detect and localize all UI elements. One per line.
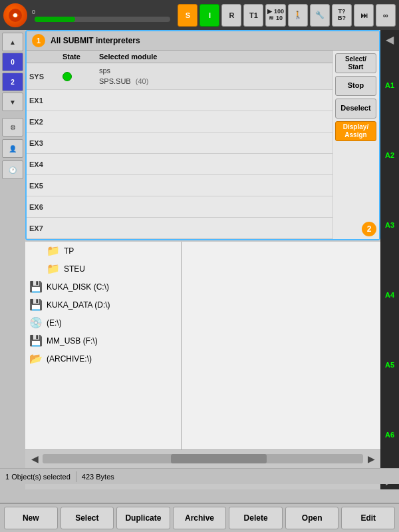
state-dot-sys bbox=[63, 72, 72, 81]
tree-item-archive[interactable]: 📂 (ARCHIVE:\) bbox=[25, 350, 181, 368]
status-separator bbox=[76, 471, 76, 482]
row-id-ex5: EX5 bbox=[29, 182, 63, 190]
left-btn-0[interactable]: 0 bbox=[2, 53, 23, 71]
disk-icon-c: 💾 bbox=[29, 280, 43, 293]
right-label-a2[interactable]: A2 bbox=[384, 150, 396, 160]
table-row-ex1[interactable]: EX1 bbox=[27, 90, 332, 111]
table-row-ex5[interactable]: EX5 bbox=[27, 175, 332, 196]
usb-icon-f: 💾 bbox=[29, 334, 43, 347]
btn-skip[interactable]: ⏭ bbox=[354, 4, 374, 27]
btn-duplicate[interactable]: Duplicate bbox=[116, 507, 170, 529]
btn-s[interactable]: S bbox=[178, 4, 198, 27]
disk-icon-d: 💾 bbox=[29, 298, 43, 311]
tree-item-e-drive[interactable]: 💿 (E:\) bbox=[25, 314, 181, 332]
btn-r[interactable]: R bbox=[221, 4, 241, 27]
tree-item-tp[interactable]: 📁 TP bbox=[25, 242, 181, 260]
tree-label-tp: TP bbox=[64, 246, 74, 256]
btn-select-start[interactable]: Select/Start bbox=[335, 53, 376, 73]
row-state-sys bbox=[63, 72, 99, 81]
tree-item-mm-usb[interactable]: 💾 MM_USB (F:\) bbox=[25, 332, 181, 350]
left-btn-person[interactable]: 👤 bbox=[2, 139, 23, 158]
table-row-ex6[interactable]: EX6 bbox=[27, 196, 332, 218]
left-btn-down[interactable]: ▼ bbox=[2, 93, 23, 111]
header-id bbox=[29, 53, 63, 61]
dialog-table-header: State Selected module bbox=[27, 51, 332, 63]
table-row-ex3[interactable]: EX3 bbox=[27, 133, 332, 154]
left-btn-up[interactable]: ▲ bbox=[2, 33, 23, 51]
tree-label-kuka-disk: KUKA_DISK (C:\) bbox=[47, 282, 109, 292]
cd-icon-e: 💿 bbox=[29, 316, 43, 329]
right-label-a6[interactable]: A6 bbox=[384, 429, 396, 440]
btn-deselect[interactable]: Deselect bbox=[335, 99, 376, 119]
tree-label-e-drive: (E:\) bbox=[47, 318, 62, 328]
header-module: Selected module bbox=[99, 53, 330, 61]
main-content: 1 All SUBMIT interpreters State Selected… bbox=[25, 30, 380, 489]
left-side-panel: ▲ 0 2 ▼ ⚙ 👤 🕐 bbox=[0, 30, 25, 532]
svg-point-1 bbox=[13, 13, 17, 17]
table-row-ex2[interactable]: EX2 bbox=[27, 111, 332, 133]
btn-walk[interactable]: 🚶 bbox=[288, 4, 308, 27]
right-label-a1[interactable]: A1 bbox=[384, 80, 396, 91]
dialog-title-bar: 1 All SUBMIT interpreters bbox=[27, 31, 379, 51]
btn-delete[interactable]: Delete bbox=[229, 507, 283, 529]
row-id-ex2: EX2 bbox=[29, 118, 63, 126]
right-label-a5[interactable]: A5 bbox=[384, 360, 396, 370]
btn-archive[interactable]: Archive bbox=[173, 507, 227, 529]
dialog-title-text: All SUBMIT interpreters bbox=[51, 36, 140, 45]
table-row-ex7[interactable]: EX7 bbox=[27, 218, 332, 239]
btn-inf[interactable]: ∞ bbox=[376, 4, 396, 27]
left-btn-settings[interactable]: ⚙ bbox=[2, 118, 23, 136]
right-label-a4[interactable]: A4 bbox=[384, 290, 396, 300]
scroll-track[interactable] bbox=[43, 454, 363, 463]
row-id-ex6: EX6 bbox=[29, 203, 63, 211]
btn-open[interactable]: Open bbox=[285, 507, 339, 529]
btn-t1[interactable]: T1 bbox=[243, 4, 263, 27]
btn-new[interactable]: New bbox=[4, 507, 58, 529]
logo bbox=[3, 3, 27, 27]
btn-stop[interactable]: Stop bbox=[335, 76, 376, 96]
tree-label-archive: (ARCHIVE:\) bbox=[47, 354, 92, 364]
scroll-right[interactable]: ▶ bbox=[364, 452, 378, 465]
row-id-ex3: EX3 bbox=[29, 139, 63, 147]
tree-label-mm-usb: MM_USB (F:\) bbox=[47, 336, 98, 346]
btn-display-assign[interactable]: Display/Assign bbox=[335, 121, 376, 141]
left-btn-clock[interactable]: 🕐 bbox=[2, 160, 23, 179]
btn-edit[interactable]: Edit bbox=[341, 507, 395, 529]
left-btn-2[interactable]: 2 bbox=[2, 73, 23, 91]
file-detail-pane bbox=[182, 242, 380, 449]
tree-label-steu: STEU bbox=[64, 264, 85, 274]
table-row-ex4[interactable]: EX4 bbox=[27, 154, 332, 175]
scrollbar-area: ◀ ▶ bbox=[25, 449, 380, 467]
tree-label-kuka-data: KUKA_DATA (D:\) bbox=[47, 300, 110, 310]
tree-item-steu[interactable]: 📁 STEU bbox=[25, 260, 181, 278]
file-tree-area: 📁 TP 📁 STEU 💾 KUKA_DISK (C:\) 💾 KUKA_DAT… bbox=[25, 242, 380, 449]
tree-item-kuka-data[interactable]: 💾 KUKA_DATA (D:\) bbox=[25, 296, 181, 314]
file-tree-pane: 📁 TP 📁 STEU 💾 KUKA_DISK (C:\) 💾 KUKA_DAT… bbox=[25, 242, 182, 449]
btn-run[interactable]: ▶ 100≋ 10 bbox=[265, 4, 286, 27]
folder-icon-archive: 📂 bbox=[29, 352, 43, 365]
table-row-sys[interactable]: SYS sps SPS.SUB (40) bbox=[27, 63, 332, 90]
top-toolbar: 0 S I R T1 ▶ 100≋ 10 🚶 🔧 T?B? ⏭ ∞ bbox=[0, 0, 399, 30]
scroll-thumb[interactable] bbox=[171, 454, 267, 463]
btn-tool[interactable]: 🔧 bbox=[310, 4, 330, 27]
bottom-toolbar: New Select Duplicate Archive Delete Open… bbox=[0, 503, 399, 532]
right-arrow-up[interactable]: ◀ bbox=[382, 31, 398, 47]
dialog-circle-1: 1 bbox=[32, 34, 45, 47]
status-bar: 1 Object(s) selected 423 Bytes bbox=[0, 468, 399, 484]
btn-i[interactable]: I bbox=[200, 4, 219, 27]
row-id-ex1: EX1 bbox=[29, 97, 63, 105]
dialog-circle-2: 2 bbox=[362, 222, 376, 236]
right-side-panel: ◀ A1 A2 A3 A4 A5 A6 ▶ bbox=[380, 30, 399, 489]
btn-select[interactable]: Select bbox=[61, 507, 114, 529]
row-id-ex7: EX7 bbox=[29, 224, 63, 232]
progress-label: 0 bbox=[32, 9, 173, 15]
scroll-left[interactable]: ◀ bbox=[28, 452, 41, 465]
status-bytes: 423 Bytes bbox=[82, 473, 114, 481]
btn-tb[interactable]: T?B? bbox=[332, 4, 352, 27]
row-id-sys: SYS bbox=[29, 73, 63, 81]
tree-item-kuka-disk[interactable]: 💾 KUKA_DISK (C:\) bbox=[25, 278, 181, 296]
row-id-ex4: EX4 bbox=[29, 160, 63, 168]
status-objects: 1 Object(s) selected bbox=[5, 473, 70, 481]
right-label-a3[interactable]: A3 bbox=[384, 220, 396, 230]
row-module-sys: sps SPS.SUB (40) bbox=[99, 66, 330, 87]
